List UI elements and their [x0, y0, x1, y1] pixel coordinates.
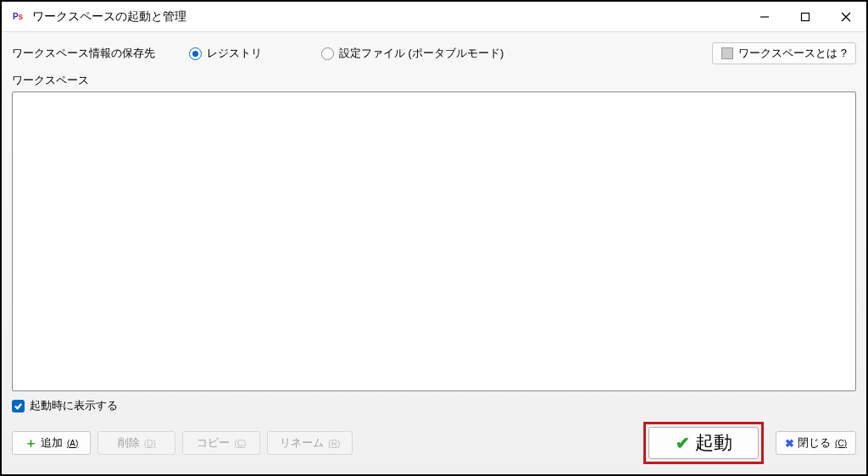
storage-row: ワークスペース情報の保存先 レジストリ 設定ファイル (ポータブルモード) ワー… [12, 41, 856, 66]
radio-icon [189, 47, 202, 60]
window-title: ワークスペースの起動と管理 [32, 9, 744, 25]
document-icon [721, 47, 733, 59]
window-controls [744, 2, 866, 31]
radio-icon [321, 47, 334, 60]
close-button-label: 閉じる [798, 435, 831, 451]
bottom-button-row: ＋ 追加(A) 削除(D) コピー(C) リネーム(R) ✔ 起動 [12, 422, 856, 464]
launch-highlight: ✔ 起動 [643, 422, 764, 464]
workspace-manager-window: Ps ワークスペースの起動と管理 ワークスペース情報の保存先 レジストリ [2, 2, 866, 474]
launch-button-label: 起動 [695, 430, 732, 456]
rename-button[interactable]: リネーム(R) [267, 431, 353, 455]
copy-hotkey: (C) [234, 439, 246, 448]
close-icon: ✖ [785, 437, 794, 450]
close-button[interactable]: ✖ 閉じる(C) [776, 431, 856, 455]
show-on-startup-label: 起動時に表示する [30, 398, 118, 413]
add-hotkey: (A) [67, 439, 78, 448]
add-button[interactable]: ＋ 追加(A) [12, 431, 91, 455]
svg-rect-1 [802, 13, 810, 20]
add-button-label: 追加 [41, 435, 63, 451]
copy-button[interactable]: コピー(C) [182, 431, 260, 455]
radio-config-file-label: 設定ファイル (ポータブルモード) [339, 46, 504, 61]
radio-registry[interactable]: レジストリ [189, 46, 262, 61]
bottom-right-group: ✔ 起動 ✖ 閉じる(C) [643, 422, 856, 464]
radio-registry-label: レジストリ [207, 46, 262, 61]
close-hotkey: (C) [835, 439, 847, 448]
title-bar: Ps ワークスペースの起動と管理 [2, 2, 866, 32]
radio-config-file[interactable]: 設定ファイル (ポータブルモード) [321, 46, 504, 61]
copy-button-label: コピー [197, 435, 230, 451]
rename-button-label: リネーム [280, 435, 324, 451]
app-icon: Ps [10, 9, 25, 25]
rename-hotkey: (R) [328, 439, 340, 448]
workspace-list-label: ワークスペース [12, 73, 856, 88]
workspace-help-button[interactable]: ワークスペースとは ? [712, 42, 856, 64]
show-on-startup-row: 起動時に表示する [12, 398, 856, 413]
minimize-button[interactable] [744, 2, 785, 31]
storage-label: ワークスペース情報の保存先 [12, 46, 155, 61]
storage-radio-group: レジストリ 設定ファイル (ポータブルモード) [189, 46, 504, 61]
show-on-startup-checkbox[interactable] [12, 400, 25, 412]
plus-icon: ＋ [25, 435, 37, 451]
check-icon: ✔ [676, 433, 690, 453]
delete-button[interactable]: 削除(D) [97, 431, 175, 455]
maximize-button[interactable] [785, 2, 826, 31]
launch-button[interactable]: ✔ 起動 [648, 427, 759, 459]
close-window-button[interactable] [826, 2, 866, 31]
workspace-listbox[interactable] [12, 91, 856, 391]
content-area: ワークスペース情報の保存先 レジストリ 設定ファイル (ポータブルモード) ワー… [2, 32, 866, 474]
help-button-label: ワークスペースとは ? [738, 46, 847, 61]
delete-hotkey: (D) [144, 439, 156, 448]
delete-button-label: 削除 [118, 435, 140, 451]
